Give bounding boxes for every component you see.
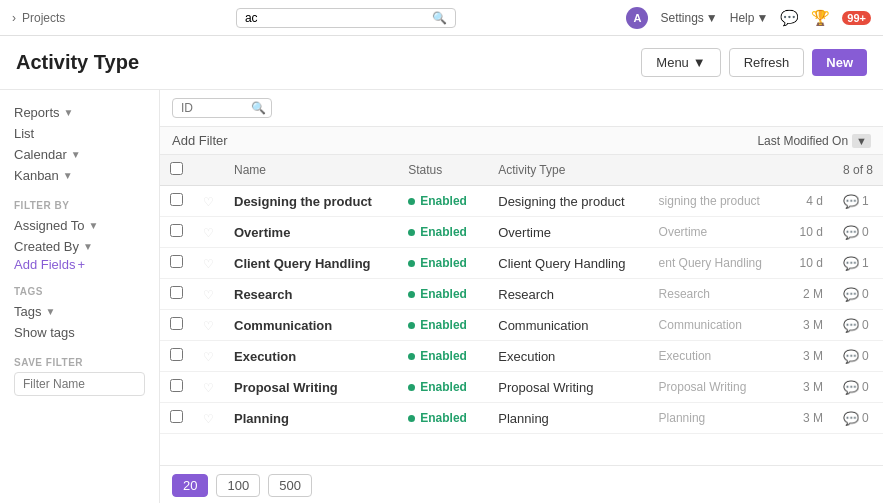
select-all-checkbox[interactable] (170, 162, 183, 175)
favorite-icon[interactable]: ♡ (203, 381, 214, 395)
row-comments-cell: 💬 0 (833, 310, 883, 341)
favorite-icon[interactable]: ♡ (203, 195, 214, 209)
row-checkbox[interactable] (170, 255, 183, 268)
content-area: 🔍 Add Filter Last Modified On ▼ Name Sta… (160, 90, 883, 503)
chevron-right-icon: › (12, 11, 16, 25)
comment-badge: 💬 0 (843, 411, 873, 426)
row-extra: Communication (659, 318, 742, 332)
show-tags[interactable]: Show tags (14, 322, 145, 343)
row-checkbox[interactable] (170, 317, 183, 330)
sidebar-item-list[interactable]: List (14, 123, 145, 144)
col-header-acttype: Activity Type (488, 155, 648, 186)
favorite-icon[interactable]: ♡ (203, 412, 214, 426)
page-size-100-button[interactable]: 100 (216, 474, 260, 497)
row-time: 3 M (803, 318, 823, 332)
row-extra-cell: Communication (649, 310, 783, 341)
row-status-cell: Enabled (398, 310, 488, 341)
chat-icon[interactable]: 💬 (780, 9, 799, 27)
table-body: ♡ Designing the product Enabled Designin… (160, 186, 883, 434)
row-time: 2 M (803, 287, 823, 301)
row-checkbox[interactable] (170, 379, 183, 392)
favorite-icon[interactable]: ♡ (203, 226, 214, 240)
table-header-row: Name Status Activity Type 8 of 8 (160, 155, 883, 186)
row-comments-cell: 💬 0 (833, 403, 883, 434)
row-count: 8 of 8 (843, 163, 873, 177)
sidebar-item-kanban[interactable]: Kanban ▼ (14, 165, 145, 186)
sidebar-tags[interactable]: Tags ▼ (14, 301, 145, 322)
status-badge: Enabled (408, 380, 478, 394)
top-nav-right: A Settings ▼ Help ▼ 💬 🏆 99+ (626, 7, 871, 29)
favorite-icon[interactable]: ♡ (203, 350, 214, 364)
row-fav-cell: ♡ (193, 403, 224, 434)
row-time: 4 d (806, 194, 823, 208)
row-checkbox[interactable] (170, 348, 183, 361)
menu-button[interactable]: Menu ▼ (641, 48, 720, 77)
table-row: ♡ Designing the product Enabled Designin… (160, 186, 883, 217)
row-time: 3 M (803, 411, 823, 425)
comment-badge: 💬 0 (843, 349, 873, 364)
row-extra-cell: Research (649, 279, 783, 310)
search-input[interactable] (245, 11, 432, 25)
row-time: 10 d (800, 256, 823, 270)
help-button[interactable]: Help ▼ (730, 11, 769, 25)
row-checkbox[interactable] (170, 410, 183, 423)
row-extra: Planning (659, 411, 706, 425)
page-size-500-button[interactable]: 500 (268, 474, 312, 497)
comment-icon: 💬 (843, 194, 859, 209)
favorite-icon[interactable]: ♡ (203, 257, 214, 271)
page-size-20-button[interactable]: 20 (172, 474, 208, 497)
notification-badge[interactable]: 99+ (842, 11, 871, 25)
row-checkbox-cell (160, 279, 193, 310)
sidebar-item-reports[interactable]: Reports ▼ (14, 102, 145, 123)
row-extra: signing the product (659, 194, 760, 208)
row-extra: ent Query Handling (659, 256, 762, 270)
row-checkbox[interactable] (170, 193, 183, 206)
row-time-cell: 3 M (783, 310, 833, 341)
filter-by-label: FILTER BY (14, 200, 145, 211)
status-dot (408, 384, 415, 391)
refresh-button[interactable]: Refresh (729, 48, 805, 77)
row-name: Planning (234, 411, 289, 426)
row-time: 10 d (800, 225, 823, 239)
new-button[interactable]: New (812, 49, 867, 76)
col-header-time (783, 155, 833, 186)
sidebar-item-calendar[interactable]: Calendar ▼ (14, 144, 145, 165)
add-fields-button[interactable]: Add Fields + (14, 257, 145, 272)
table-container: Name Status Activity Type 8 of 8 ♡ (160, 155, 883, 465)
add-filter-button[interactable]: Add Filter (172, 133, 228, 148)
comment-icon: 💬 (843, 256, 859, 271)
favorite-icon[interactable]: ♡ (203, 319, 214, 333)
status-badge: Enabled (408, 349, 478, 363)
chevron-down-icon: ▼ (756, 11, 768, 25)
row-extra-cell: Planning (649, 403, 783, 434)
trophy-icon[interactable]: 🏆 (811, 9, 830, 27)
breadcrumb[interactable]: › Projects (12, 11, 65, 25)
row-checkbox[interactable] (170, 224, 183, 237)
row-fav-cell: ♡ (193, 310, 224, 341)
status-dot (408, 260, 415, 267)
row-comments-cell: 💬 0 (833, 341, 883, 372)
plus-icon: + (77, 257, 85, 272)
comment-badge: 💬 1 (843, 256, 873, 271)
col-header-status: Status (398, 155, 488, 186)
settings-button[interactable]: Settings ▼ (660, 11, 717, 25)
row-time-cell: 10 d (783, 217, 833, 248)
filter-bar: 🔍 (160, 90, 883, 127)
row-name-cell: Client Query Handling (224, 248, 398, 279)
row-acttype-cell: Designing the product (488, 186, 648, 217)
row-status-cell: Enabled (398, 248, 488, 279)
row-name: Designing the product (234, 194, 372, 209)
projects-link[interactable]: Projects (22, 11, 65, 25)
row-comments-cell: 💬 1 (833, 248, 883, 279)
filter-name-input[interactable] (14, 372, 145, 396)
row-checkbox-cell (160, 372, 193, 403)
sidebar-created-by[interactable]: Created By ▼ (14, 236, 145, 257)
last-modified-sort[interactable]: Last Modified On ▼ (757, 134, 871, 148)
row-comments-cell: 💬 1 (833, 186, 883, 217)
id-input[interactable] (181, 101, 251, 115)
row-comments-cell: 💬 0 (833, 372, 883, 403)
table-row: ♡ Client Query Handling Enabled Client Q… (160, 248, 883, 279)
row-checkbox[interactable] (170, 286, 183, 299)
sidebar-assigned-to[interactable]: Assigned To ▼ (14, 215, 145, 236)
favorite-icon[interactable]: ♡ (203, 288, 214, 302)
